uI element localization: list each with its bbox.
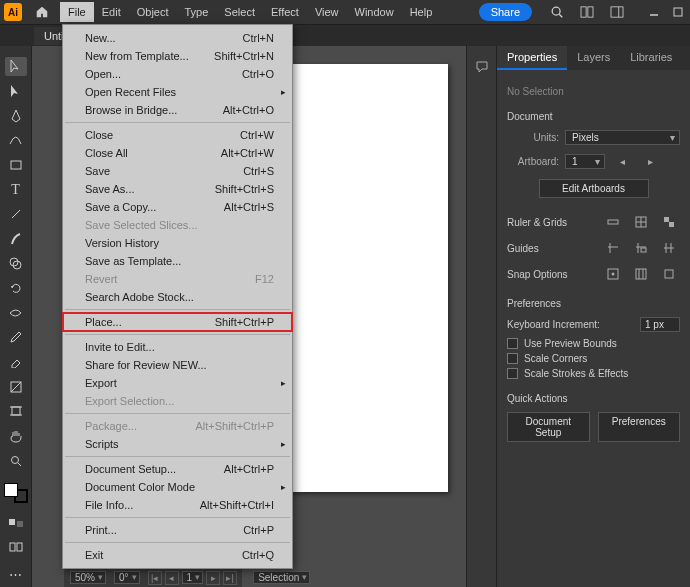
menu-item-save-copy[interactable]: Save a Copy...Alt+Ctrl+S xyxy=(63,198,292,216)
quick-actions-label: Quick Actions xyxy=(507,393,680,404)
menu-item-save-as[interactable]: Save As...Shift+Ctrl+S xyxy=(63,180,292,198)
draw-mode-icon[interactable] xyxy=(5,538,27,557)
type-tool[interactable]: T xyxy=(5,180,27,199)
zoom-tool[interactable] xyxy=(5,451,27,470)
artboard-label: Artboard: xyxy=(507,156,559,167)
width-tool[interactable] xyxy=(5,303,27,322)
menu-item-invite-edit[interactable]: Invite to Edit... xyxy=(63,338,292,356)
tab-properties[interactable]: Properties xyxy=(497,46,567,70)
selection-tool[interactable] xyxy=(5,57,27,76)
menu-effect[interactable]: Effect xyxy=(263,2,307,22)
color-mode-icon[interactable] xyxy=(5,513,27,532)
kb-increment-input[interactable] xyxy=(640,317,680,332)
menu-edit[interactable]: Edit xyxy=(94,2,129,22)
search-icon[interactable] xyxy=(546,1,568,23)
menu-item-version-history[interactable]: Version History xyxy=(63,234,292,252)
eraser-tool[interactable] xyxy=(5,353,27,372)
status-selection[interactable]: Selection xyxy=(253,571,310,584)
artboard-1[interactable] xyxy=(278,64,448,492)
gradient-tool[interactable] xyxy=(5,377,27,396)
menu-object[interactable]: Object xyxy=(129,2,177,22)
rotate-tool[interactable] xyxy=(5,279,27,298)
menu-item-close-all[interactable]: Close AllAlt+Ctrl+W xyxy=(63,144,292,162)
scale-corners-checkbox[interactable]: Scale Corners xyxy=(507,353,680,364)
paintbrush-tool[interactable] xyxy=(5,229,27,248)
smart-guides-icon[interactable] xyxy=(658,238,680,258)
edit-toolbar-button[interactable]: ⋯ xyxy=(5,566,27,585)
prev-artboard-icon[interactable]: ◂ xyxy=(165,571,179,585)
menu-item-exit[interactable]: ExitCtrl+Q xyxy=(63,546,292,564)
snap-point-icon[interactable] xyxy=(602,264,624,284)
snap-grid-icon[interactable] xyxy=(630,264,652,284)
use-preview-bounds-checkbox[interactable]: Use Preview Bounds xyxy=(507,338,680,349)
menu-item-color-mode[interactable]: Document Color Mode▸ xyxy=(63,478,292,496)
document-section-label: Document xyxy=(507,111,680,122)
line-tool[interactable] xyxy=(5,205,27,224)
units-select[interactable]: Pixels xyxy=(565,130,680,145)
menu-item-place[interactable]: Place...Shift+Ctrl+P xyxy=(63,313,292,331)
last-artboard-icon[interactable]: ▸| xyxy=(223,571,237,585)
next-artboard-icon[interactable]: ▸ xyxy=(206,571,220,585)
workspace-icon[interactable] xyxy=(606,1,628,23)
artboard-nav[interactable]: |◂ ◂ 1 ▸ ▸| xyxy=(148,571,238,585)
pen-tool[interactable] xyxy=(5,106,27,125)
menu-item-print[interactable]: Print...Ctrl+P xyxy=(63,521,292,539)
menu-item-scripts[interactable]: Scripts▸ xyxy=(63,435,292,453)
menu-item-open[interactable]: Open...Ctrl+O xyxy=(63,65,292,83)
menu-item-new-from-template[interactable]: New from Template...Shift+Ctrl+N xyxy=(63,47,292,65)
hand-tool[interactable] xyxy=(5,427,27,446)
ruler-icon[interactable] xyxy=(602,212,624,232)
guides-label: Guides xyxy=(507,243,539,254)
next-artboard-icon[interactable]: ▸ xyxy=(639,151,661,171)
minimize-button[interactable] xyxy=(642,1,666,23)
menu-item-share-review[interactable]: Share for Review NEW... xyxy=(63,356,292,374)
menu-item-browse-bridge[interactable]: Browse in Bridge...Alt+Ctrl+O xyxy=(63,101,292,119)
arrange-documents-icon[interactable] xyxy=(576,1,598,23)
menu-item-save[interactable]: SaveCtrl+S xyxy=(63,162,292,180)
direct-selection-tool[interactable] xyxy=(5,82,27,101)
preferences-button[interactable]: Preferences xyxy=(598,412,681,442)
rectangle-tool[interactable] xyxy=(5,156,27,175)
menu-type[interactable]: Type xyxy=(177,2,217,22)
menu-item-new[interactable]: New...Ctrl+N xyxy=(63,29,292,47)
menu-help[interactable]: Help xyxy=(402,2,441,22)
menu-select[interactable]: Select xyxy=(216,2,263,22)
transparency-grid-icon[interactable] xyxy=(658,212,680,232)
grid-icon[interactable] xyxy=(630,212,652,232)
menu-file[interactable]: File xyxy=(60,2,94,22)
scale-strokes-checkbox[interactable]: Scale Strokes & Effects xyxy=(507,368,680,379)
shape-builder-tool[interactable] xyxy=(5,254,27,273)
fill-stroke-indicator[interactable] xyxy=(4,483,28,503)
edit-artboards-button[interactable]: Edit Artboards xyxy=(539,179,649,198)
menu-item-export[interactable]: Export▸ xyxy=(63,374,292,392)
tab-libraries[interactable]: Libraries xyxy=(620,46,682,70)
share-button[interactable]: Share xyxy=(479,3,532,21)
first-artboard-icon[interactable]: |◂ xyxy=(148,571,162,585)
menu-item-document-setup[interactable]: Document Setup...Alt+Ctrl+P xyxy=(63,460,292,478)
eyedropper-tool[interactable] xyxy=(5,328,27,347)
zoom-level[interactable]: 50% xyxy=(70,571,106,584)
svg-rect-42 xyxy=(665,270,673,278)
snap-pixel-icon[interactable] xyxy=(658,264,680,284)
menu-item-save-template[interactable]: Save as Template... xyxy=(63,252,292,270)
home-icon[interactable] xyxy=(32,2,52,22)
menu-item-file-info[interactable]: File Info...Alt+Shift+Ctrl+I xyxy=(63,496,292,514)
comments-panel-icon[interactable] xyxy=(471,56,493,78)
menu-view[interactable]: View xyxy=(307,2,347,22)
prev-artboard-icon[interactable]: ◂ xyxy=(611,151,633,171)
artboard-select[interactable]: 1 xyxy=(565,154,605,169)
lock-guides-icon[interactable] xyxy=(630,238,652,258)
units-label: Units: xyxy=(507,132,559,143)
tab-layers[interactable]: Layers xyxy=(567,46,620,70)
artboard-tool[interactable] xyxy=(5,402,27,421)
show-guides-icon[interactable] xyxy=(602,238,624,258)
snap-options-label: Snap Options xyxy=(507,269,568,280)
rotate-view[interactable]: 0° xyxy=(114,571,140,584)
menu-window[interactable]: Window xyxy=(347,2,402,22)
menu-item-open-recent[interactable]: Open Recent Files▸ xyxy=(63,83,292,101)
curvature-tool[interactable] xyxy=(5,131,27,150)
menu-item-close[interactable]: CloseCtrl+W xyxy=(63,126,292,144)
maximize-button[interactable] xyxy=(666,1,690,23)
document-setup-button[interactable]: Document Setup xyxy=(507,412,590,442)
menu-item-search-stock[interactable]: Search Adobe Stock... xyxy=(63,288,292,306)
